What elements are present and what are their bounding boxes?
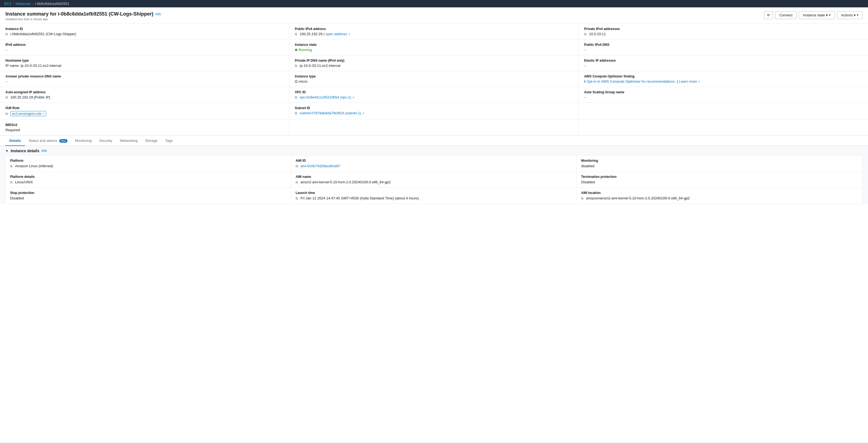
instance-title: Instance summary for i-0b8c6dda1efb92551… [5,11,161,17]
vpc-id-link[interactable]: vpc-0c9e42ccc05210654 (vpc-1) ↗ [300,95,354,99]
summary-instance-id: Instance ID ⧉ i-0b8c6dda1efb92551 (CW-Lo… [0,24,289,40]
optimizer-opt-in-link[interactable]: Opt-in to AWS Compute Optimizer for reco… [587,79,676,83]
summary-instance-state-value: Running [295,48,573,52]
connect-button[interactable]: Connect [775,11,797,19]
copy-icon-ami-name[interactable]: ⧉ [296,180,300,184]
breadcrumb-sep-1: › [13,2,14,5]
summary-iam-role: IAM Role ⧉ ec2.emsmgmt-role ↗ [0,103,289,120]
summary-auto-assigned-ip-value: ⧉ 100.25.192.29 [Public IP] [5,95,284,99]
iam-role-highlight: ec2.emsmgmt-role ↗ [10,111,46,116]
breadcrumb: EC2 › Instances › i-0b8c6dda1efb92551 [0,0,868,7]
copy-icon-launch-time[interactable]: ⧉ [296,196,300,200]
detail-platform-label: Platform [10,159,287,163]
summary-instance-id-label: Instance ID [5,27,284,31]
termination-protection-text: Disabled [581,180,595,184]
tab-security[interactable]: Security [96,136,116,146]
copy-icon-public-ipv4[interactable]: ⧉ [295,32,299,36]
copy-icon-instance-id[interactable]: ⧉ [5,32,9,36]
summary-private-dns-value: ⧉ ip-10-0-33-11.ec2.internal [295,64,573,68]
detail-termination-protection-label: Termination protection [581,175,858,179]
breadcrumb-instances[interactable]: Instances [16,2,31,6]
details-section: ▼ Instance details Info Platform ⧉ Amazo… [0,146,868,204]
copy-icon-iam[interactable]: ⧉ [5,112,9,116]
summary-imdsv2-label: IMDSv2 [5,123,284,127]
subnet-id-link[interactable]: subnet-07878ab4da79cf824 (subnet-1) ↗ [300,111,364,115]
details-grid: Platform ⧉ Amazon Linux (Inferred) AMI I… [5,155,863,204]
summary-ipv6-value: – [5,48,284,52]
open-address-link[interactable]: open address ↗ [326,32,350,36]
tab-networking[interactable]: Networking [116,136,142,146]
summary-instance-state-label: Instance state [295,43,573,47]
instance-title-text: Instance summary for i-0b8c6dda1efb92551… [5,11,153,17]
detail-platform: Platform ⧉ Amazon Linux (Inferred) [6,156,291,172]
detail-termination-protection: Termination protection Disabled [577,172,862,188]
summary-instance-type: Instance type t2.micro [289,71,579,87]
actions-label: Actions [841,13,853,17]
detail-ami-location-value: ⧉ amazon/amzn2-ami-kernel-5.10-hvm-2.0.2… [581,196,858,200]
summary-empty-3 [579,120,868,136]
actions-button[interactable]: Actions ▾ [837,11,863,19]
instance-state-button[interactable]: Instance state ▾ [799,11,835,19]
subnet-ext-icon: ↗ [362,112,364,115]
summary-aws-optimizer-value: ℹ Opt-in to AWS Compute Optimizer for re… [584,79,863,83]
vpc-ext-icon: ↗ [352,96,354,99]
breadcrumb-instance-id: i-0b8c6dda1efb92551 [35,2,69,6]
main-content: Instance summary for i-0b8c6dda1efb92551… [0,7,868,442]
instance-subtitle: Updated less than a minute ago [5,18,161,21]
detail-monitoring-label: Monitoring [581,159,858,163]
public-dns-dash: – [584,48,586,52]
summary-iam-role-value: ⧉ ec2.emsmgmt-role ↗ [5,111,284,116]
instance-state-running-text: Running [299,48,312,52]
instance-info-link[interactable]: Info [156,12,161,16]
summary-vpc-id-label: VPC ID [295,90,573,94]
tab-monitoring[interactable]: Monitoring [71,136,96,146]
tab-status[interactable]: Status and alarms New [25,136,71,146]
summary-public-ipv4-label: Public IPv4 address [295,27,573,31]
detail-platform-value: ⧉ Amazon Linux (Inferred) [10,164,287,168]
detail-monitoring-value: disabled [581,164,858,168]
copy-icon-platform-details[interactable]: ⧉ [10,180,14,184]
summary-hostname-type: Hostname type IP name: ip-10-0-33-11.ec2… [0,55,289,71]
summary-answer-private-value: – [5,79,284,83]
iam-role-link[interactable]: ec2.emsmgmt-role ↗ [12,111,44,116]
copy-icon-vpc[interactable]: ⧉ [295,96,299,99]
detail-launch-time: Launch time ⧉ Fri Jan 12 2024 14:47:45 G… [291,188,577,204]
instance-id-text: i-0b8c6dda1efb92551 (CW-Logs-Shipper) [10,32,76,36]
tab-storage[interactable]: Storage [142,136,162,146]
section-info-link[interactable]: Info [41,149,47,153]
hostname-type-text: IP name: ip-10-0-33-11.ec2.internal [5,64,61,68]
summary-vpc-id-value: ⧉ vpc-0c9e42ccc05210654 (vpc-1) ↗ [295,95,573,99]
copy-icon-private-dns[interactable]: ⧉ [295,64,299,68]
refresh-button[interactable]: ⟳ [764,11,773,19]
instance-title-area: Instance summary for i-0b8c6dda1efb92551… [5,11,161,21]
copy-icon-subnet[interactable]: ⧉ [295,111,299,115]
breadcrumb-ec2[interactable]: EC2 [4,2,11,6]
copy-icon-ami-location[interactable]: ⧉ [581,196,585,200]
tab-details[interactable]: Details [5,136,25,146]
copy-icon-auto-assigned[interactable]: ⧉ [5,96,9,99]
tab-tags[interactable]: Tags [161,136,176,146]
tab-tags-label: Tags [165,139,173,143]
summary-auto-assigned-ip-label: Auto-assigned IP address [5,90,284,94]
summary-iam-role-label: IAM Role [5,106,284,110]
summary-public-dns: Public IPv4 DNS – [579,40,868,55]
summary-subnet-id: Subnet ID ⧉ subnet-07878ab4da79cf824 (su… [289,103,579,120]
auto-assigned-ip-text: 100.25.192.29 [Public IP] [10,95,50,99]
copy-icon-private-ipv4[interactable]: ⧉ [584,32,588,36]
learn-more-link[interactable]: Learn more ↗ [679,79,700,83]
tab-details-label: Details [9,139,21,143]
summary-ipv6-label: IPv6 address [5,43,284,47]
detail-platform-details-label: Platform details [10,175,287,179]
ami-id-link[interactable]: ami-0c0b74d29acd0cd97 [301,164,340,168]
summary-answer-private-label: Answer private resource DNS name [5,74,284,78]
elastic-ip-dash: – [584,64,586,68]
open-address-ext-icon: ↗ [348,33,350,36]
summary-vpc-id: VPC ID ⧉ vpc-0c9e42ccc05210654 (vpc-1) ↗ [289,87,579,103]
copy-icon-ami-id[interactable]: ⧉ [296,164,300,168]
copy-icon-platform[interactable]: ⧉ [10,164,14,168]
tab-status-label: Status and alarms [29,139,57,143]
section-title: Instance details [11,149,39,153]
instance-type-text: t2.micro [295,79,307,83]
summary-elastic-ip: Elastic IP addresses – [579,55,868,71]
summary-elastic-ip-value: – [584,64,863,68]
